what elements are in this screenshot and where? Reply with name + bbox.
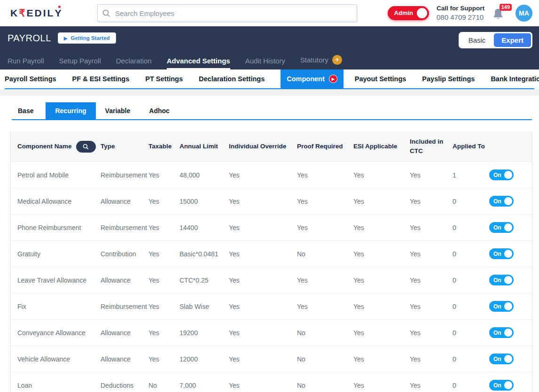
- notifications-button[interactable]: 149: [492, 5, 508, 22]
- toggle-knob: [504, 276, 512, 284]
- column-header-type: Type: [101, 142, 148, 151]
- component-status-toggle[interactable]: On: [489, 169, 514, 180]
- getting-started-label: Getting Started: [71, 35, 110, 41]
- column-header-label: Component Name: [17, 142, 72, 151]
- cell-individual-override: Yes: [229, 277, 297, 284]
- nav-item-label: Advanced Settings: [167, 57, 230, 65]
- toggle-label: On: [493, 277, 501, 283]
- nav-item-advanced-settings[interactable]: Advanced Settings: [167, 57, 230, 69]
- component-type-tabs: BaseRecurringVariableAdhoc: [12, 96, 532, 120]
- toggle-label: On: [493, 382, 501, 388]
- cell-status: On: [489, 248, 532, 259]
- cell-taxable: Yes: [148, 198, 180, 205]
- nav-item-label: Audit History: [245, 57, 285, 65]
- subtab-label: Bank Integration: [491, 75, 539, 83]
- cell-esi-applicable: Yes: [353, 277, 410, 284]
- cell-included-in-ctc: Yes: [410, 277, 453, 284]
- toggle-label: On: [493, 355, 501, 362]
- subtab-pt-settings[interactable]: PT Settings: [145, 69, 183, 88]
- subtab-declaration-settings[interactable]: Declaration Settings: [199, 69, 265, 88]
- employee-search: [97, 4, 357, 22]
- support-title: Call for Support: [437, 4, 484, 13]
- table-row: FixReimbursementYesSlab WiseYesYesYesYes…: [11, 293, 532, 319]
- component-status-toggle[interactable]: On: [489, 301, 514, 312]
- cell-included-in-ctc: Yes: [410, 355, 453, 363]
- table-row: Vehicle AllowanceAllowanceYes12000YesNoY…: [11, 346, 532, 372]
- component-status-toggle[interactable]: On: [489, 380, 514, 391]
- cell-name: Gratuity: [11, 250, 101, 258]
- nav-item-label: Statutory: [300, 56, 328, 64]
- nav-item-run-payroll[interactable]: Run Payroll: [8, 57, 44, 69]
- getting-started-button[interactable]: ▶ Getting Started: [58, 32, 116, 44]
- subtab-label: PT Settings: [145, 75, 183, 83]
- mode-expert-button[interactable]: Expert: [494, 33, 531, 47]
- cell-esi-applicable: Yes: [353, 224, 410, 231]
- toggle-label: On: [493, 171, 501, 178]
- subtab-payout-settings[interactable]: Payout Settings: [355, 69, 406, 88]
- nav-item-setup-payroll[interactable]: Setup Payroll: [59, 57, 101, 69]
- cell-name: Phone Reimbursment: [11, 224, 101, 231]
- cell-proof-required: Yes: [297, 198, 353, 205]
- cell-type: Reimbursement: [101, 171, 148, 179]
- user-avatar[interactable]: MA: [516, 5, 532, 22]
- nav-item-statutory[interactable]: Statutory✈: [300, 55, 342, 69]
- component-status-toggle[interactable]: On: [489, 275, 514, 285]
- cell-applied-to: 1: [453, 171, 489, 179]
- advanced-settings-tabs: Payroll SettingsPF & ESI SettingsPT Sett…: [5, 69, 534, 89]
- column-header-taxable: Taxable: [148, 142, 180, 151]
- mode-basic-button[interactable]: Basic: [460, 33, 494, 47]
- subtab-component[interactable]: Component▶: [281, 69, 344, 88]
- cell-taxable: Yes: [148, 171, 180, 179]
- cell-name: Petrol and Mobile: [11, 171, 101, 179]
- component-status-toggle[interactable]: On: [489, 248, 514, 259]
- kredily-logo[interactable]: K₹EDILY: [10, 8, 62, 19]
- subtab-bank-integration[interactable]: Bank Integration: [491, 69, 539, 88]
- subtab-payroll-settings[interactable]: Payroll Settings: [5, 69, 56, 88]
- cell-proof-required: No: [297, 329, 353, 337]
- cell-esi-applicable: Yes: [353, 198, 410, 205]
- table-row: Petrol and MobileReimbursementYes48,000Y…: [11, 161, 532, 188]
- section-divider: [0, 89, 539, 96]
- column-header-individual-override: Individual Override: [229, 142, 297, 151]
- cell-included-in-ctc: Yes: [410, 382, 453, 389]
- subtab-label: Payslip Settings: [422, 75, 475, 83]
- toggle-knob: [504, 197, 512, 205]
- cell-status: On: [489, 275, 532, 285]
- topbar-right-cluster: Admin Call for Support 080 4709 2710 149…: [388, 4, 532, 22]
- tab-variable[interactable]: Variable: [96, 102, 140, 119]
- tab-adhoc[interactable]: Adhoc: [140, 102, 179, 119]
- column-header-label: Annual Limit: [180, 143, 218, 150]
- column-header-included-in-ctc: Included in CTC: [410, 137, 453, 155]
- tab-recurring[interactable]: Recurring: [46, 102, 95, 119]
- component-status-toggle[interactable]: On: [489, 222, 514, 233]
- cell-proof-required: No: [297, 355, 353, 363]
- nav-item-declaration[interactable]: Declaration: [116, 57, 152, 69]
- component-search-button[interactable]: [76, 141, 96, 153]
- search-icon: [83, 144, 89, 150]
- cell-included-in-ctc: Yes: [410, 171, 453, 179]
- play-icon: ▶: [64, 36, 68, 41]
- cell-type: Allowance: [101, 355, 148, 363]
- search-input[interactable]: [115, 9, 352, 17]
- component-status-toggle[interactable]: On: [489, 327, 514, 338]
- component-status-toggle[interactable]: On: [489, 354, 514, 364]
- subtab-pf-esi-settings[interactable]: PF & ESI Settings: [72, 69, 130, 88]
- subtab-label: Component: [287, 75, 325, 83]
- column-header-applied-to: Applied To: [453, 142, 489, 151]
- cell-taxable: Yes: [148, 355, 180, 363]
- column-header-label: Applied To: [453, 143, 485, 150]
- cell-type: Deductions: [101, 382, 148, 389]
- nav-item-audit-history[interactable]: Audit History: [245, 57, 285, 69]
- cell-applied-to: 0: [453, 382, 489, 389]
- component-status-toggle[interactable]: On: [489, 196, 514, 207]
- mode-switch: Basic Expert: [459, 32, 532, 48]
- subtab-payslip-settings[interactable]: Payslip Settings: [422, 69, 475, 88]
- cell-individual-override: Yes: [229, 303, 297, 310]
- logo-part3: Y: [55, 8, 62, 19]
- tab-base[interactable]: Base: [12, 102, 46, 119]
- cell-esi-applicable: Yes: [353, 382, 410, 389]
- cell-proof-required: Yes: [297, 224, 353, 231]
- cell-name: Conveyance Allowance: [11, 329, 101, 337]
- cell-proof-required: No: [297, 382, 353, 389]
- admin-toggle[interactable]: Admin: [388, 6, 429, 20]
